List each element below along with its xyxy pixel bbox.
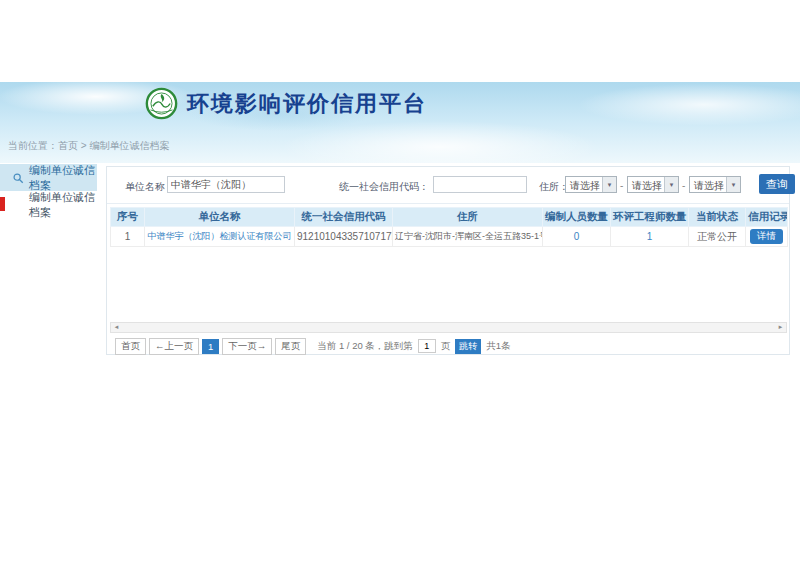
pagination-info: 当前 1 / 20 条，跳到第 (317, 340, 413, 353)
first-page-button[interactable]: 首页 (115, 338, 146, 355)
col-credit-code: 统一社会信用代码 (295, 208, 393, 227)
chevron-down-icon: ▾ (726, 177, 740, 192)
cell-credit-code: 91210104335710717K (295, 227, 393, 247)
page-jump-input[interactable] (418, 339, 436, 353)
jump-button[interactable]: 跳转 (455, 339, 481, 354)
detail-button[interactable]: 详情 (750, 229, 783, 244)
credit-code-input[interactable] (433, 176, 527, 193)
page-title: 环境影响评价信用平台 (187, 89, 427, 119)
sidebar: 编制单位诚信档案 编制单位诚信档案 (0, 164, 97, 218)
form-divider (107, 203, 789, 204)
cell-index: 1 (111, 227, 145, 247)
horizontal-scrollbar[interactable]: ◄ ► (110, 322, 787, 333)
pagination: 首页 ←上一页 1 下一页→ 尾页 当前 1 / 20 条，跳到第 页 跳转 共… (115, 338, 511, 354)
sidebar-item-label: 编制单位诚信档案 (29, 163, 97, 193)
select-separator: - (682, 180, 685, 191)
col-credit-record: 信用记录 (746, 208, 788, 227)
address-district-select[interactable]: 请选择 ▾ (689, 176, 741, 193)
col-status: 当前状态 (689, 208, 746, 227)
platform-logo-icon (145, 87, 178, 120)
sidebar-item-label: 编制单位诚信档案 (29, 190, 97, 220)
cell-status: 正常公开 (689, 227, 746, 247)
col-unit-name: 单位名称 (145, 208, 295, 227)
col-staff-count: 编制人员数量 (543, 208, 611, 227)
table-row: 1 中谱华宇（沈阳）检测认证有限公司 91210104335710717K 辽宁… (111, 227, 788, 247)
last-page-button[interactable]: 尾页 (275, 338, 306, 355)
unit-name-input[interactable] (167, 176, 285, 193)
scroll-left-icon[interactable]: ◄ (111, 323, 122, 332)
search-button[interactable]: 查询 (759, 174, 795, 194)
sidebar-item-unit-archive[interactable]: 编制单位诚信档案 (0, 191, 97, 218)
col-index: 序号 (111, 208, 145, 227)
pagination-total: 共1条 (486, 340, 510, 353)
pagination-info-middle: 页 (441, 340, 451, 353)
engineer-count-link[interactable]: 1 (647, 231, 653, 242)
staff-count-link[interactable]: 0 (574, 231, 580, 242)
select-separator: - (620, 180, 623, 191)
table-header-row: 序号 单位名称 统一社会信用代码 住所 编制人员数量 环评工程师数量 当前状态 … (111, 208, 788, 227)
next-page-button[interactable]: 下一页→ (222, 338, 272, 355)
unit-name-link[interactable]: 中谱华宇（沈阳）检测认证有限公司 (148, 231, 292, 241)
results-table: 序号 单位名称 统一社会信用代码 住所 编制人员数量 环评工程师数量 当前状态 … (110, 207, 788, 247)
address-city-select[interactable]: 请选择 ▾ (627, 176, 679, 193)
current-page-button[interactable]: 1 (202, 339, 219, 354)
sidebar-item-unit-archive-active[interactable]: 编制单位诚信档案 (0, 164, 97, 191)
col-engineer-count: 环评工程师数量 (611, 208, 689, 227)
prev-page-button[interactable]: ←上一页 (149, 338, 199, 355)
cell-address: 辽宁省-沈阳市-浑南区-全运五路35-1号楼902 (393, 227, 543, 247)
col-address: 住所 (393, 208, 543, 227)
main-panel: 单位名称： 统一社会信用代码： 住所： 请选择 ▾ - 请选择 ▾ - 请选择 … (106, 166, 790, 355)
brand: 环境影响评价信用平台 (145, 87, 427, 120)
credit-code-label: 统一社会信用代码： (339, 180, 429, 194)
red-marker-icon (0, 197, 5, 211)
scroll-right-icon[interactable]: ► (775, 323, 786, 332)
chevron-down-icon: ▾ (602, 177, 616, 192)
search-icon (12, 172, 24, 184)
site-header: 环境影响评价信用平台 当前位置：首页 > 编制单位诚信档案 (0, 82, 800, 163)
chevron-down-icon: ▾ (664, 177, 678, 192)
breadcrumb[interactable]: 当前位置：首页 > 编制单位诚信档案 (8, 139, 169, 153)
address-province-select[interactable]: 请选择 ▾ (565, 176, 617, 193)
